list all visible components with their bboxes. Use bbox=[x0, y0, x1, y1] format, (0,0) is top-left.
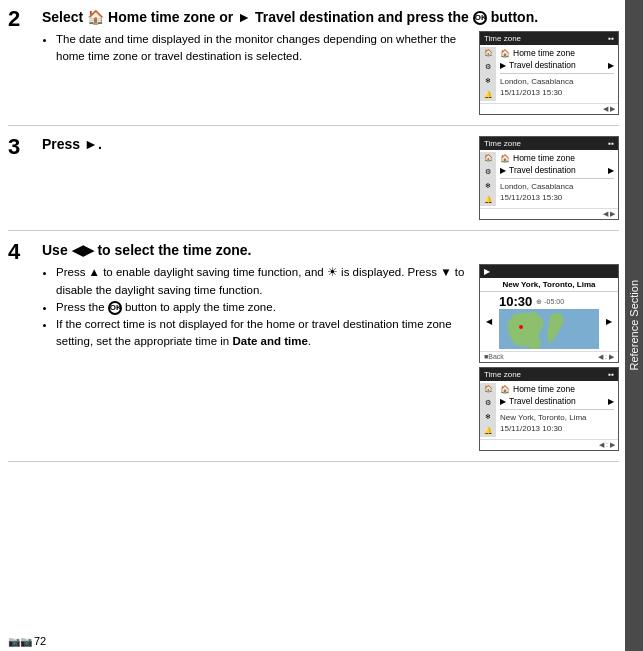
step-3-row-home: 🏠 Home time zone bbox=[496, 152, 618, 164]
step-4-map-left-arrow: ◀ bbox=[486, 317, 492, 326]
step-4-map-screen: ▶ New York, Toronto, Lima ◀ 10:30 ⊕ -05:… bbox=[479, 264, 619, 363]
step-2-bullets: The date and time displayed in the monit… bbox=[42, 31, 469, 66]
step-4-bold-text: Date and time bbox=[232, 335, 307, 347]
step-2-screen-header: Time zone ▪▪ bbox=[480, 32, 618, 45]
step-4-bullet-1: Press ▲ to enable daylight saving time f… bbox=[56, 264, 469, 299]
step-4-row-travel: ▶ Travel destination ▶ bbox=[496, 395, 618, 407]
step-3-travel-arrow: ▶ bbox=[608, 166, 614, 175]
side-tab: Reference Section bbox=[625, 0, 643, 651]
step-4-map-back: ■Back bbox=[484, 353, 504, 361]
step-2-travel-arrow: ▶ bbox=[608, 61, 614, 70]
step-4-footer-text: ◀ : ▶ bbox=[599, 441, 615, 449]
step-4-bottom-screen: Time zone ▪▪ 🏠 ⚙ ❄ 🔔 bbox=[479, 367, 619, 451]
step-3-content: Press ►. Time zone ▪▪ 🏠 ⚙ bbox=[42, 136, 619, 220]
step-3-number: 3 bbox=[8, 136, 36, 220]
page-footer: 📷📷 72 bbox=[8, 635, 46, 647]
step-4-map-footer: ■Back ◀ : ▶ bbox=[480, 351, 618, 362]
step-3-screen-title: Time zone bbox=[484, 139, 521, 148]
step-3-icon-4: 🔔 bbox=[484, 196, 493, 204]
step-3-travel-icon: ▶ bbox=[500, 166, 506, 175]
step-2-travel-label: Travel destination bbox=[509, 60, 576, 70]
travel-icon: ▶ bbox=[500, 61, 506, 70]
step-3-footer: ◀ ▶ bbox=[480, 208, 618, 219]
step-2-body: The date and time displayed in the monit… bbox=[42, 31, 619, 115]
step-3-time: 15/11/2013 15:30 bbox=[496, 192, 618, 203]
step-2-screen-title: Time zone bbox=[484, 34, 521, 43]
step-4-bottom-body: 🏠 ⚙ ❄ 🔔 🏠 Home time zone bbox=[480, 381, 618, 439]
step-2-row-travel: ▶ Travel destination ▶ bbox=[496, 59, 618, 71]
step-4-map-offset: ⊕ -05:00 bbox=[536, 298, 564, 306]
step-4-title: Use ◀▶ to select the time zone. bbox=[42, 241, 619, 259]
main-content: 2 Select 🏠 Home time zone or ► Travel de… bbox=[0, 0, 643, 651]
step-4-icon-home: 🏠 bbox=[484, 385, 493, 393]
step-4-map-right-arrow: ▶ bbox=[606, 317, 612, 326]
step-4-icon-3: ❄ bbox=[485, 413, 491, 421]
step-4-bottom-title: Time zone bbox=[484, 370, 521, 379]
step-4-map-location: New York, Toronto, Lima bbox=[480, 278, 618, 292]
step-4-time: 15/11/2013 10:30 bbox=[496, 423, 618, 434]
step-4-map-time: 10:30 bbox=[499, 294, 532, 309]
step-4-screens: ▶ New York, Toronto, Lima ◀ 10:30 ⊕ -05:… bbox=[479, 264, 619, 451]
step-3-divider bbox=[500, 178, 614, 179]
step-4-bottom-header: Time zone ▪▪ bbox=[480, 368, 618, 381]
step-4-content: Use ◀▶ to select the time zone. Press ▲ … bbox=[42, 241, 619, 451]
step-4-number: 4 bbox=[8, 241, 36, 451]
step-2-icon-travel: ⚙ bbox=[485, 63, 491, 71]
step-2-footer: ◀ ▶ bbox=[480, 103, 618, 114]
step-4-home-label: Home time zone bbox=[513, 384, 575, 394]
step-2-title: Select 🏠 Home time zone or ► Travel dest… bbox=[42, 8, 619, 26]
step-4-home-icon: 🏠 bbox=[500, 385, 510, 394]
step-2-highlight-travel: ► Travel destination bbox=[237, 9, 374, 25]
step-4-icon-travel: ⚙ bbox=[485, 399, 491, 407]
step-3-footer-text: ◀ ▶ bbox=[603, 210, 615, 218]
step-4-bottom-indicator: ▪▪ bbox=[608, 370, 614, 379]
step-4-map-header: ▶ bbox=[480, 265, 618, 278]
step-3-home-label: Home time zone bbox=[513, 153, 575, 163]
side-tab-label: Reference Section bbox=[628, 280, 640, 371]
step-2-screen-body: 🏠 ⚙ ❄ 🔔 🏠 Home time zone bbox=[480, 45, 618, 103]
step-2-footer-text: ◀ ▶ bbox=[603, 105, 615, 113]
step-3-icon-travel: ⚙ bbox=[485, 168, 491, 176]
step-3-screen: Time zone ▪▪ 🏠 ⚙ ❄ 🔔 bbox=[479, 136, 619, 220]
step-2-time: 15/11/2013 15:30 bbox=[496, 87, 618, 98]
step-3-travel-label: Travel destination bbox=[509, 165, 576, 175]
step-2-icon-home: 🏠 bbox=[484, 49, 493, 57]
step-3-title: Press ►. bbox=[42, 136, 469, 152]
step-2-bullet-1: The date and time displayed in the monit… bbox=[56, 31, 469, 66]
step-3-text: Press ►. bbox=[42, 136, 469, 220]
home-icon: 🏠 bbox=[500, 49, 510, 58]
step-4-icon-4: 🔔 bbox=[484, 427, 493, 435]
step-2-section: 2 Select 🏠 Home time zone or ► Travel de… bbox=[8, 8, 619, 126]
camera-icon: 📷📷 bbox=[8, 636, 32, 647]
step-2-divider bbox=[500, 73, 614, 74]
step-4-map-arrow: ▶ bbox=[484, 267, 490, 276]
step-4-body: Press ▲ to enable daylight saving time f… bbox=[42, 264, 619, 451]
step-4-divider bbox=[500, 409, 614, 410]
step-3-row-travel: ▶ Travel destination ▶ bbox=[496, 164, 618, 176]
step-4-bullet-2: Press the OK button to apply the time zo… bbox=[56, 299, 469, 316]
step-2-row-home: 🏠 Home time zone bbox=[496, 47, 618, 59]
step-4-text: Press ▲ to enable daylight saving time f… bbox=[42, 264, 469, 451]
step-2-text: The date and time displayed in the monit… bbox=[42, 31, 469, 115]
step-2-screen-indicator: ▪▪ bbox=[608, 34, 614, 43]
step-4-map-nav: ◀ : ▶ bbox=[598, 353, 614, 361]
step-3-icon-home: 🏠 bbox=[484, 154, 493, 162]
step-2-number: 2 bbox=[8, 8, 36, 115]
step-3-screen-header: Time zone ▪▪ bbox=[480, 137, 618, 150]
step-3-location: London, Casablanca bbox=[496, 181, 618, 192]
step-2-screen: Time zone ▪▪ 🏠 ⚙ ❄ 🔔 bbox=[479, 31, 619, 115]
step-2-highlight-home: 🏠 Home time zone bbox=[87, 9, 215, 25]
step-4-travel-arrow: ▶ bbox=[608, 397, 614, 406]
step-4-travel-icon: ▶ bbox=[500, 397, 506, 406]
step-4-map-svg bbox=[499, 309, 599, 349]
step-4-bullets: Press ▲ to enable daylight saving time f… bbox=[42, 264, 469, 350]
step-4-section: 4 Use ◀▶ to select the time zone. Press … bbox=[8, 241, 619, 462]
svg-point-4 bbox=[519, 325, 523, 329]
step-3-home-icon: 🏠 bbox=[500, 154, 510, 163]
step-4-footer: ◀ : ▶ bbox=[480, 439, 618, 450]
step-4-row-home: 🏠 Home time zone bbox=[496, 383, 618, 395]
step-3-screens: Time zone ▪▪ 🏠 ⚙ ❄ 🔔 bbox=[479, 136, 619, 220]
step-2-icon-4: 🔔 bbox=[484, 91, 493, 99]
step-2-location: London, Casablanca bbox=[496, 76, 618, 87]
page-number: 72 bbox=[34, 635, 46, 647]
